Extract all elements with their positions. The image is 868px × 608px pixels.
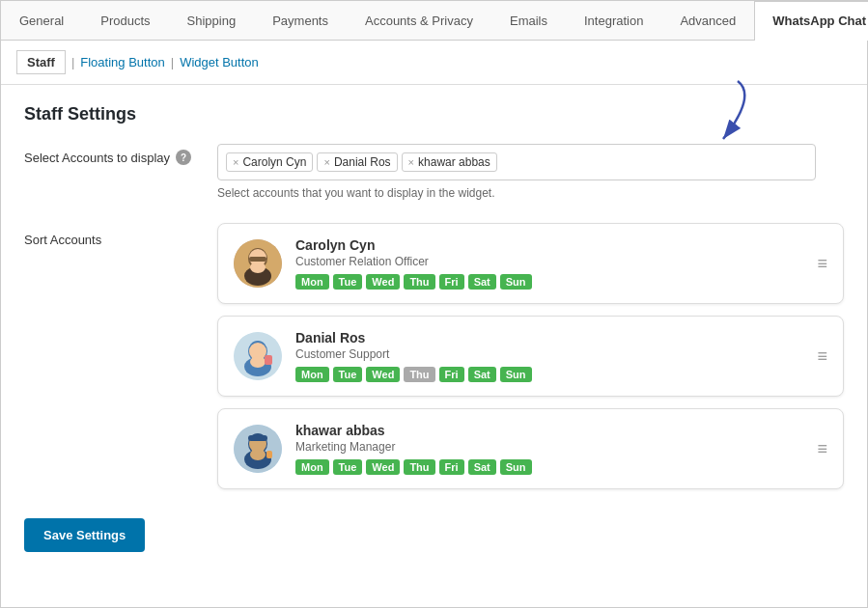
drag-handle-danial[interactable]: ≡ [817,346,827,367]
subtab-floating-button[interactable]: Floating Button [80,55,164,69]
day-sat-carolyn: Sat [468,274,496,290]
sort-accounts-label: Sort Accounts [24,223,198,247]
svg-point-17 [250,449,266,460]
save-button[interactable]: Save Settings [24,518,145,552]
select-accounts-row: Select Accounts to display ? × Ca [24,144,844,200]
day-thu-carolyn: Thu [404,274,434,290]
day-tue-carolyn: Tue [333,274,363,290]
tab-whatsapp-chat[interactable]: WhatsApp Chat [754,1,868,41]
tag-remove-danial[interactable]: × [323,156,329,168]
account-role-carolyn: Customer Relation Officer [295,255,803,268]
main-content: Staff Settings Select Accounts to displa… [1,85,867,571]
tab-shipping[interactable]: Shipping [169,1,255,40]
day-sun-carolyn: Sun [500,274,532,290]
avatar-carolyn [234,239,282,288]
tab-emails[interactable]: Emails [491,1,566,40]
day-thu-khawar: Thu [404,459,434,475]
nav-separator-1: | [71,55,74,69]
select-hint: Select accounts that you want to display… [217,186,844,200]
day-fri-danial: Fri [439,367,464,382]
nav-separator-2: | [171,55,174,69]
day-fri-carolyn: Fri [439,274,464,290]
account-name-khawar: khawar abbas [295,423,803,438]
day-thu-danial: Thu [404,367,434,382]
tab-advanced[interactable]: Advanced [661,1,754,40]
tab-accounts-privacy[interactable]: Accounts & Privacy [347,1,491,40]
day-wed-khawar: Wed [366,459,400,475]
day-sat-danial: Sat [468,367,496,382]
account-role-khawar: Marketing Manager [295,440,803,454]
svg-rect-5 [249,257,266,262]
account-card-carolyn: Carolyn Cyn Customer Relation Officer Mo… [217,223,844,304]
day-sun-khawar: Sun [500,459,532,475]
account-card-danial: Danial Ros Customer Support Mon Tue Wed … [217,316,844,397]
select-accounts-label: Select Accounts to display ? [24,144,217,165]
day-badges-carolyn: Mon Tue Wed Thu Fri Sat Sun [295,274,803,290]
account-info-danial: Danial Ros Customer Support Mon Tue Wed … [295,330,803,382]
accounts-select-input[interactable]: × Carolyn Cyn × Danial Ros × khawar abba… [217,144,816,180]
svg-rect-18 [248,435,267,441]
drag-handle-khawar[interactable]: ≡ [817,439,827,459]
top-nav: General Products Shipping Payments Accou… [1,1,867,41]
accounts-list: Carolyn Cyn Customer Relation Officer Mo… [217,223,844,489]
avatar-danial [234,332,282,380]
tag-danial[interactable]: × Danial Ros [317,152,397,172]
day-tue-khawar: Tue [333,459,363,475]
day-mon-khawar: Mon [295,459,329,475]
svg-point-6 [250,262,266,273]
sort-accounts-row: Sort Accounts [24,223,844,489]
subtab-staff[interactable]: Staff [16,50,66,74]
day-wed-danial: Wed [366,367,400,382]
tag-khawar[interactable]: × khawar abbas [402,152,497,172]
help-icon[interactable]: ? [176,150,191,165]
svg-point-11 [250,356,266,368]
tag-remove-carolyn[interactable]: × [233,156,238,168]
tab-products[interactable]: Products [82,1,168,40]
tab-integration[interactable]: Integration [566,1,661,40]
subtab-widget-button[interactable]: Widget Button [180,55,259,69]
day-sun-danial: Sun [500,367,532,382]
account-info-khawar: khawar abbas Marketing Manager Mon Tue W… [295,423,803,475]
day-sat-khawar: Sat [468,459,496,475]
account-info-carolyn: Carolyn Cyn Customer Relation Officer Mo… [295,237,803,290]
day-mon-carolyn: Mon [295,274,329,290]
day-badges-danial: Mon Tue Wed Thu Fri Sat Sun [295,367,803,382]
day-wed-carolyn: Wed [366,274,400,290]
account-role-danial: Customer Support [295,347,803,361]
tab-payments[interactable]: Payments [254,1,347,40]
day-tue-danial: Tue [333,367,363,382]
tag-label-danial: Danial Ros [334,155,391,169]
tag-label-carolyn: Carolyn Cyn [242,155,306,169]
day-fri-khawar: Fri [439,459,464,475]
tag-label-khawar: khawar abbas [418,155,490,169]
account-name-carolyn: Carolyn Cyn [295,237,803,253]
tag-carolyn[interactable]: × Carolyn Cyn [226,152,313,172]
account-name-danial: Danial Ros [295,330,803,345]
tab-general[interactable]: General [1,1,82,40]
day-mon-danial: Mon [295,367,329,382]
sub-nav: Staff | Floating Button | Widget Button [1,41,867,85]
drag-handle-carolyn[interactable]: ≡ [817,254,827,274]
day-badges-khawar: Mon Tue Wed Thu Fri Sat Sun [295,459,803,475]
tag-remove-khawar[interactable]: × [408,156,414,168]
account-card-khawar: khawar abbas Marketing Manager Mon Tue W… [217,408,844,489]
svg-rect-19 [266,451,272,458]
svg-rect-12 [265,355,272,365]
section-title: Staff Settings [24,104,844,124]
avatar-khawar [234,425,282,473]
